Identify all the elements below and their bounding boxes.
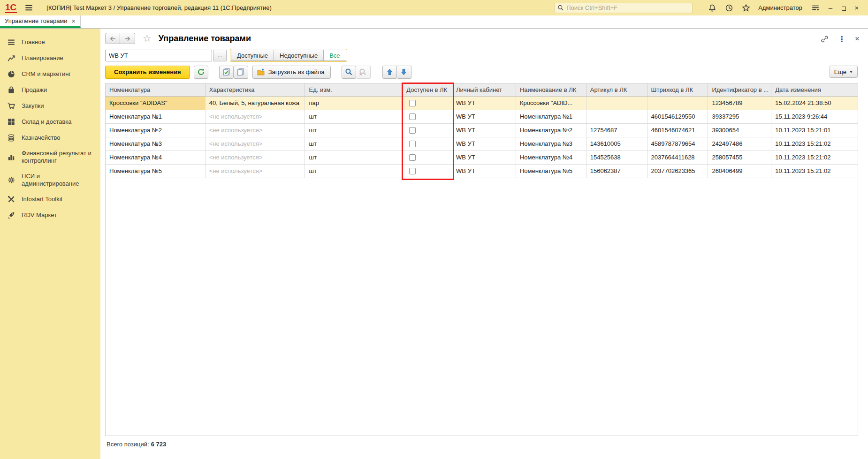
sidebar-item-treasury[interactable]: Казначейство: [0, 130, 100, 146]
cell-unit[interactable]: шт: [305, 165, 403, 178]
available-in-lk-checkbox[interactable]: [409, 127, 416, 134]
cell-article[interactable]: 143610005: [586, 137, 647, 150]
cell-nomenclature[interactable]: Номенклатура №4: [106, 151, 206, 164]
cell-identifier[interactable]: 258057455: [708, 151, 771, 164]
cell-characteristic[interactable]: <не используется>: [206, 137, 305, 150]
cell-characteristic[interactable]: 40, Белый, 5, натуральная кожа: [206, 97, 305, 110]
cell-identifier[interactable]: 123456789: [708, 97, 771, 110]
table-row[interactable]: Номенклатура №1 <не используется> шт WB …: [106, 110, 858, 124]
back-button[interactable]: [105, 33, 120, 44]
get-link-icon[interactable]: [821, 35, 829, 43]
cell-article[interactable]: 154525638: [586, 151, 647, 164]
column-header[interactable]: Характеристика: [206, 83, 305, 96]
cell-identifier[interactable]: 242497486: [708, 137, 771, 150]
notifications-bell-icon[interactable]: [708, 4, 716, 12]
cell-available[interactable]: [403, 151, 452, 164]
cell-article[interactable]: [586, 97, 647, 110]
table-row[interactable]: Номенклатура №2 <не используется> шт WB …: [106, 124, 858, 137]
cancel-find-button[interactable]: [356, 66, 371, 79]
cell-barcode[interactable]: [647, 97, 708, 110]
available-in-lk-checkbox[interactable]: [409, 100, 416, 106]
sidebar-item-nsi-administration[interactable]: НСИ и администрирование: [0, 169, 100, 192]
filter-all-button[interactable]: Все: [324, 50, 346, 61]
global-search-input[interactable]: [566, 4, 689, 11]
available-in-lk-checkbox[interactable]: [409, 141, 416, 147]
cell-cabinet[interactable]: WB УТ: [452, 151, 516, 164]
cell-modified[interactable]: 15.02.2024 21:38:50: [771, 97, 858, 110]
global-search-field[interactable]: [554, 3, 693, 13]
favorite-star-icon[interactable]: ☆: [143, 33, 152, 44]
sidebar-item-financial-result[interactable]: Финансовый результат и контроллинг: [0, 146, 100, 169]
cell-available[interactable]: [403, 137, 452, 150]
refresh-button[interactable]: [194, 66, 208, 79]
table-row[interactable]: Номенклатура №3 <не используется> шт WB …: [106, 137, 858, 151]
cell-modified[interactable]: 10.11.2023 15:21:02: [771, 151, 858, 164]
cell-barcode[interactable]: 4589787879654: [647, 137, 708, 150]
column-header[interactable]: Личный кабинет: [452, 83, 516, 96]
cell-lk-name[interactable]: Кроссовки "ADID...: [516, 97, 586, 110]
table-row[interactable]: Номенклатура №5 <не используется> шт WB …: [106, 165, 858, 178]
current-user[interactable]: Администратор: [758, 4, 802, 11]
maximize-button[interactable]: [837, 0, 850, 15]
cell-unit[interactable]: шт: [305, 151, 403, 164]
cell-characteristic[interactable]: <не используется>: [206, 151, 305, 164]
close-form-icon[interactable]: ×: [855, 34, 860, 44]
cell-article[interactable]: 156062387: [586, 165, 647, 178]
cell-cabinet[interactable]: WB УТ: [452, 97, 516, 110]
more-actions-icon[interactable]: ⋮: [838, 35, 845, 44]
cell-nomenclature[interactable]: Номенклатура №3: [106, 137, 206, 150]
cell-lk-name[interactable]: Номенклатура №4: [516, 151, 586, 164]
tab-close-icon[interactable]: ×: [72, 17, 76, 25]
cell-identifier[interactable]: 39300654: [708, 124, 771, 137]
save-changes-button[interactable]: Сохранить изменения: [105, 66, 190, 79]
cabinet-filter-input[interactable]: [105, 50, 212, 61]
sidebar-item-main[interactable]: Главное: [0, 34, 100, 50]
close-window-button[interactable]: ×: [850, 0, 863, 15]
cell-unit[interactable]: шт: [305, 110, 403, 123]
cell-article[interactable]: 12754687: [586, 124, 647, 137]
available-in-lk-checkbox[interactable]: [409, 113, 416, 120]
more-button[interactable]: Еще ▼: [830, 66, 858, 78]
cell-cabinet[interactable]: WB УТ: [452, 165, 516, 178]
history-icon[interactable]: [725, 4, 733, 12]
cell-cabinet[interactable]: WB УТ: [452, 110, 516, 123]
column-header[interactable]: Штрихкод в ЛК: [647, 83, 708, 96]
set-flags-button[interactable]: [219, 66, 234, 79]
cell-lk-name[interactable]: Номенклатура №2: [516, 124, 586, 137]
column-header[interactable]: Ед. изм.: [305, 83, 403, 96]
filter-unavailable-button[interactable]: Недоступные: [274, 50, 324, 61]
sidebar-item-rdv-market[interactable]: RDV Маркет: [0, 207, 100, 223]
cell-characteristic[interactable]: <не используется>: [206, 165, 305, 178]
cell-available[interactable]: [403, 165, 452, 178]
cell-modified[interactable]: 15.11.2023 9:26:44: [771, 110, 858, 123]
favorites-star-icon[interactable]: [742, 4, 750, 12]
table-row[interactable]: Кроссовки "ADIDAS" 40, Белый, 5, натурал…: [106, 97, 858, 110]
filter-available-button[interactable]: Доступные: [231, 50, 274, 61]
cell-barcode[interactable]: 4601546074621: [647, 124, 708, 137]
cell-barcode[interactable]: 2037664411628: [647, 151, 708, 164]
cell-unit[interactable]: шт: [305, 137, 403, 150]
forward-button[interactable]: [120, 33, 135, 44]
available-in-lk-checkbox[interactable]: [409, 168, 416, 174]
column-header[interactable]: Идентификатор в ...: [708, 83, 771, 96]
sidebar-item-warehouse[interactable]: Склад и доставка: [0, 114, 100, 130]
cell-identifier[interactable]: 39337295: [708, 110, 771, 123]
cell-modified[interactable]: 10.11.2023 15:21:02: [771, 165, 858, 178]
move-down-button[interactable]: [397, 66, 411, 79]
minimize-button[interactable]: –: [824, 0, 837, 15]
clear-flags-button[interactable]: [234, 66, 248, 79]
find-button[interactable]: [342, 66, 356, 79]
cell-nomenclature[interactable]: Номенклатура №5: [106, 165, 206, 178]
sidebar-item-sales[interactable]: Продажи: [0, 82, 100, 98]
cell-nomenclature[interactable]: Кроссовки "ADIDAS": [106, 97, 206, 110]
cell-available[interactable]: [403, 110, 452, 123]
cell-nomenclature[interactable]: Номенклатура №2: [106, 124, 206, 137]
cell-cabinet[interactable]: WB УТ: [452, 137, 516, 150]
sidebar-item-infostart-toolkit[interactable]: Infostart Toolkit: [0, 191, 100, 207]
cell-characteristic[interactable]: <не используется>: [206, 110, 305, 123]
cell-unit[interactable]: пар: [305, 97, 403, 110]
user-menu-icon[interactable]: [811, 4, 820, 12]
sidebar-item-purchases[interactable]: Закупки: [0, 98, 100, 114]
cell-lk-name[interactable]: Номенклатура №3: [516, 137, 586, 150]
cell-modified[interactable]: 10.11.2023 15:21:01: [771, 124, 858, 137]
